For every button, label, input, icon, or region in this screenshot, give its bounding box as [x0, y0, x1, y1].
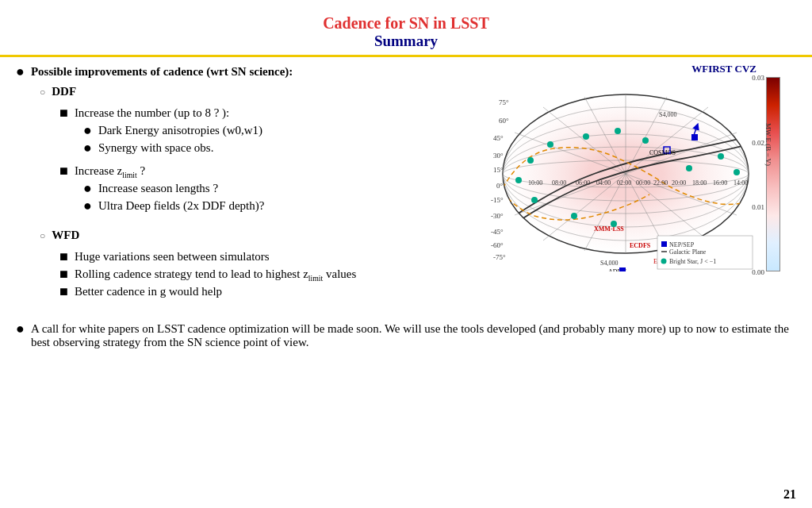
- better-cadence-text: Better cadence in g would help: [75, 285, 222, 298]
- svg-text:-30°: -30°: [491, 212, 504, 220]
- svg-text:04:00: 04:00: [596, 179, 611, 187]
- increase-number-text: Increase the number (up to 8 ? ):: [75, 106, 229, 120]
- left-column: ● Possible improvements of cadence (wrt …: [16, 65, 487, 302]
- svg-text:10:00: 10:00: [528, 179, 542, 187]
- svg-text:14:00: 14:00: [733, 179, 748, 187]
- svg-rect-45: [619, 267, 626, 271]
- zlimit-text: Increase zlimit ?: [75, 164, 145, 179]
- svg-text:Galactic Plane: Galactic Plane: [669, 248, 707, 256]
- bullet-l4-synergy: ● Synergy with space obs.: [83, 141, 479, 156]
- svg-text:-60°: -60°: [491, 241, 504, 249]
- svg-text:60°: 60°: [499, 117, 509, 125]
- bullet-l4-ultra-deep: ● Ultra Deep fields (2x DDF depth)?: [83, 199, 479, 214]
- title-line1: Cadence for SN in LSST: [0, 14, 812, 33]
- bullet-l2-wfd: ○ WFD: [40, 229, 479, 242]
- svg-point-46: [718, 153, 724, 160]
- bullet-l2-ddf: ○ DDF: [40, 85, 479, 98]
- sky-map-container: WFIRST CVZ: [487, 61, 780, 283]
- call-paper-text: A call for white papers on LSST cadence …: [31, 322, 796, 349]
- colorbar-label-mid2: 0.01: [752, 203, 764, 211]
- title-line2: Summary: [0, 33, 812, 50]
- svg-text:-45°: -45°: [491, 228, 504, 236]
- svg-point-53: [527, 157, 534, 164]
- bullet-l3-zlimit: ■ Increase zlimit ?: [59, 164, 479, 179]
- bullet-marker-call: ●: [16, 321, 25, 337]
- bullet-marker-ultra-deep: ●: [83, 198, 92, 214]
- svg-point-49: [642, 137, 649, 144]
- svg-text:ECDFS: ECDFS: [630, 242, 651, 249]
- ddf-label: DDF: [52, 85, 76, 98]
- svg-text:22:00: 22:00: [653, 179, 668, 187]
- bullet-l1-text: Possible improvements of cadence (wrt SN…: [31, 65, 293, 79]
- svg-text:NEP/SEP: NEP/SEP: [669, 241, 695, 248]
- svg-text:S4,000: S4,000: [600, 260, 618, 267]
- svg-text:-15°: -15°: [491, 196, 504, 204]
- colorbar: [766, 77, 780, 271]
- sky-map-svg: 75° 60° 45° 30° 15° 0° -15° -30° -45° -6…: [491, 77, 760, 271]
- svg-point-54: [515, 177, 522, 183]
- svg-point-57: [611, 221, 617, 227]
- variations-text: Huge variations seen between simulators: [75, 250, 270, 264]
- svg-point-65: [661, 259, 667, 264]
- svg-text:20:00: 20:00: [672, 179, 686, 187]
- bullet-l3-variations: ■ Huge variations seen between simulator…: [59, 250, 479, 265]
- bullet-marker-zlimit: ■: [59, 163, 68, 179]
- wfirst-cvz-label: WFIRST CVZ: [691, 63, 756, 75]
- bullet-l1-improvements: ● Possible improvements of cadence (wrt …: [16, 65, 479, 80]
- season-text: Increase season lengths ?: [98, 182, 218, 195]
- svg-rect-44: [691, 134, 698, 140]
- colorbar-label-top: 0.03: [752, 74, 764, 82]
- bullet-marker-ddf: ○: [40, 87, 45, 98]
- svg-text:06:00: 06:00: [576, 179, 590, 187]
- svg-text:0°: 0°: [496, 182, 504, 190]
- svg-text:XMM-LSS: XMM-LSS: [594, 225, 624, 233]
- bullet-marker-synergy: ●: [83, 140, 92, 156]
- bullet-marker-season: ●: [83, 180, 92, 197]
- svg-text:Bright Star, J < −1: Bright Star, J < −1: [669, 258, 716, 265]
- svg-text:COSMOS: COSMOS: [649, 149, 676, 156]
- bullet-l1-call: ● A call for white papers on LSST cadenc…: [16, 322, 796, 349]
- bullet-marker-variations: ■: [59, 248, 68, 265]
- dark-energy-text: Dark Energy anisotropies (w0,w1): [98, 124, 262, 137]
- header: Cadence for SN in LSST Summary: [0, 0, 812, 55]
- svg-point-50: [615, 128, 621, 134]
- svg-text:18:00: 18:00: [692, 179, 707, 187]
- svg-text:08:00: 08:00: [552, 179, 566, 187]
- colorbar-label-bot: 0.00: [752, 268, 764, 276]
- rolling-text: Rolling cadence strategy tend to lead to…: [75, 267, 356, 283]
- svg-text:15°: 15°: [493, 166, 504, 174]
- yellow-divider: [0, 55, 812, 57]
- bullet-marker-better: ■: [59, 283, 68, 300]
- page-number: 21: [783, 487, 796, 502]
- bullet-marker-l1: ●: [16, 64, 25, 80]
- bullet-marker-rolling: ■: [59, 266, 68, 283]
- bullet-l3-rolling: ■ Rolling cadence strategy tend to lead …: [59, 267, 479, 283]
- colorbar-label-mid1: 0.02: [752, 139, 764, 147]
- bullet-marker-wfd: ○: [40, 230, 45, 242]
- svg-text:02:00: 02:00: [617, 179, 631, 187]
- wfd-label: WFD: [52, 229, 79, 242]
- svg-point-56: [571, 213, 577, 219]
- svg-text:S4,000: S4,000: [659, 111, 676, 118]
- bullet-marker-dark-energy: ●: [83, 122, 92, 139]
- bullet-l4-dark-energy: ● Dark Energy anisotropies (w0,w1): [83, 124, 479, 139]
- svg-text:16:00: 16:00: [713, 179, 727, 187]
- bullet-marker-increase: ■: [59, 105, 68, 121]
- svg-point-52: [547, 141, 553, 148]
- svg-point-55: [531, 197, 538, 203]
- svg-point-51: [583, 133, 589, 140]
- ultra-deep-text: Ultra Deep fields (2x DDF depth)?: [98, 199, 265, 213]
- mw-label: MW E (B − V): [764, 123, 772, 166]
- content-area: ● Possible improvements of cadence (wrt …: [0, 65, 812, 302]
- svg-text:-75°: -75°: [493, 253, 506, 261]
- right-column: WFIRST CVZ: [487, 61, 796, 302]
- svg-point-47: [733, 169, 740, 175]
- svg-text:45°: 45°: [493, 134, 504, 142]
- synergy-text: Synergy with space obs.: [98, 141, 214, 155]
- bullet-l3-better: ■ Better cadence in g would help: [59, 285, 479, 300]
- bottom-section: ● A call for white papers on LSST cadenc…: [0, 302, 812, 349]
- svg-rect-61: [661, 241, 667, 247]
- bullet-l3-increase-number: ■ Increase the number (up to 8 ? ):: [59, 106, 479, 121]
- colorbar-labels: 0.03 0.02 0.01 0.00: [752, 74, 764, 276]
- svg-text:30°: 30°: [493, 152, 504, 160]
